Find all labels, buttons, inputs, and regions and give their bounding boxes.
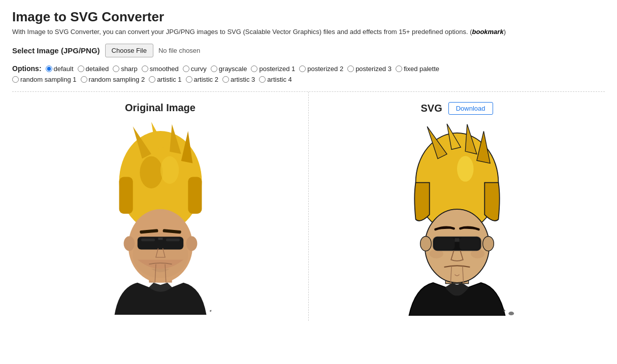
svg-point-36 (482, 236, 494, 251)
option-smoothed[interactable]: smoothed (142, 65, 179, 73)
svg-point-8 (140, 156, 163, 188)
original-image: ✦ (84, 122, 237, 315)
svg-rect-38 (434, 238, 454, 250)
option-sharp[interactable]: sharp (113, 65, 138, 73)
svg-rect-7 (188, 177, 202, 214)
svg-point-44 (508, 312, 514, 315)
subtitle: With Image to SVG Converter, you can con… (12, 28, 605, 36)
options-section: Options: default detailed sharp smoothed… (12, 64, 605, 83)
download-button[interactable]: Download (448, 102, 493, 115)
option-artistic-3[interactable]: artistic 3 (222, 76, 255, 83)
svg-point-30 (457, 156, 474, 182)
original-title: Original Image (125, 102, 196, 114)
svg-output-panel: SVG Download (309, 92, 605, 321)
svg-title-row: SVG Download (420, 102, 493, 115)
option-curvy[interactable]: curvy (183, 65, 207, 73)
option-random-sampling-2[interactable]: random sampling 2 (81, 76, 145, 83)
option-posterized1[interactable]: posterized 1 (251, 65, 295, 73)
svg-rect-6 (119, 177, 133, 214)
option-grayscale[interactable]: grayscale (211, 65, 247, 73)
option-posterized3[interactable]: posterized 3 (347, 65, 392, 73)
option-detailed[interactable]: detailed (78, 65, 109, 73)
svg-point-35 (420, 236, 431, 251)
no-file-label: No file chosen (158, 47, 200, 54)
page-title: Image to SVG Converter (12, 9, 605, 25)
options-row-1: Options: default detailed sharp smoothed… (12, 64, 605, 73)
options-label: Options: (12, 64, 42, 73)
svg-point-14 (186, 236, 197, 251)
original-image-panel: Original Image (12, 92, 309, 321)
svg-rect-16 (158, 238, 163, 240)
original-title-row: Original Image (125, 102, 196, 114)
option-posterized2[interactable]: posterized 2 (299, 65, 343, 73)
svg-rect-18 (166, 239, 179, 241)
svg-title: SVG (420, 103, 442, 114)
preview-area: Original Image (12, 92, 605, 321)
svg-rect-17 (141, 239, 155, 241)
choose-file-button[interactable]: Choose File (105, 44, 153, 57)
options-row-2: random sampling 1 random sampling 2 arti… (12, 76, 605, 83)
svg-rect-39 (459, 238, 480, 250)
svg-output-container: ✦ (381, 123, 533, 316)
option-artistic-2[interactable]: artistic 2 (186, 76, 218, 83)
option-default[interactable]: default (46, 65, 74, 73)
option-fixed-palette[interactable]: fixed palette (396, 65, 439, 73)
original-image-container: ✦ (84, 122, 237, 315)
option-artistic-4[interactable]: artistic 4 (259, 76, 291, 83)
svg-rect-40 (454, 238, 459, 242)
file-select-label: Select Image (JPG/PNG) (12, 46, 100, 55)
svg-point-9 (160, 156, 179, 184)
svg-output-image: ✦ (381, 123, 533, 316)
svg-point-13 (123, 236, 135, 251)
svg-text:✦: ✦ (502, 309, 506, 313)
svg-text:✦: ✦ (209, 309, 212, 313)
option-artistic-1[interactable]: artistic 1 (149, 76, 181, 83)
bookmark-link[interactable]: bookmark (472, 28, 504, 36)
option-random-sampling-1[interactable]: random sampling 1 (12, 76, 77, 83)
file-select-row: Select Image (JPG/PNG) Choose File No fi… (12, 44, 605, 57)
